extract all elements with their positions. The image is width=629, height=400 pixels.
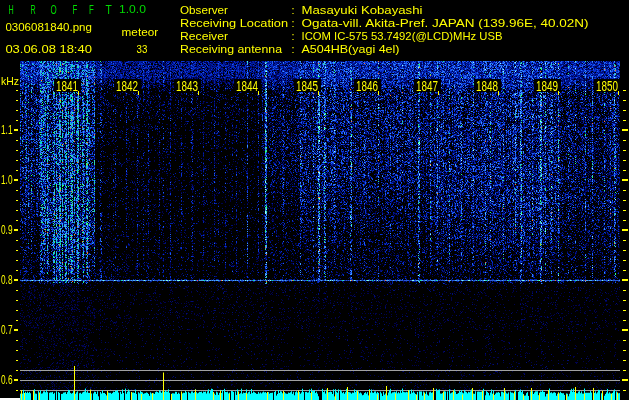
svg-text:03.06.08 18:40: 03.06.08 18:40 xyxy=(5,43,92,55)
svg-text:T: T xyxy=(106,2,113,17)
svg-text:R: R xyxy=(31,2,36,17)
svg-text:1849: 1849 xyxy=(536,78,558,94)
svg-text:1847: 1847 xyxy=(416,78,438,94)
svg-text:F: F xyxy=(89,2,94,17)
svg-text:Observer: Observer xyxy=(180,4,229,16)
svg-text:Receiving Location: Receiving Location xyxy=(180,17,288,29)
svg-text:0.6: 0.6 xyxy=(1,373,13,387)
svg-text:1.1: 1.1 xyxy=(1,123,13,137)
svg-text:1.0: 1.0 xyxy=(1,173,13,187)
svg-text:0.8: 0.8 xyxy=(1,273,13,287)
svg-text::: : xyxy=(292,4,295,16)
svg-text:0.7: 0.7 xyxy=(1,323,13,337)
svg-text:33: 33 xyxy=(137,43,148,55)
svg-text:O: O xyxy=(50,2,56,17)
svg-text:F: F xyxy=(73,2,78,17)
svg-text:Receiving antenna: Receiving antenna xyxy=(180,43,282,55)
svg-text:meteor: meteor xyxy=(122,26,159,38)
svg-text::: : xyxy=(292,17,295,29)
svg-text::: : xyxy=(292,43,295,55)
svg-text:Receiver: Receiver xyxy=(180,30,229,42)
svg-text:0.9: 0.9 xyxy=(1,223,13,237)
svg-text:0306081840.png: 0306081840.png xyxy=(5,21,92,33)
svg-text:A504HB(yagi 4el): A504HB(yagi 4el) xyxy=(302,43,400,55)
svg-text:ICOM IC-575 53.7492(@LCD)MHz U: ICOM IC-575 53.7492(@LCD)MHz USB xyxy=(302,30,503,42)
svg-text:1843: 1843 xyxy=(176,78,198,94)
svg-text:1841: 1841 xyxy=(56,78,78,94)
svg-text:1848: 1848 xyxy=(476,78,498,94)
svg-text:1846: 1846 xyxy=(356,78,378,94)
svg-text:kHz: kHz xyxy=(1,75,19,87)
svg-text:1844: 1844 xyxy=(236,78,258,94)
svg-text:Masayuki Kobayashi: Masayuki Kobayashi xyxy=(302,4,423,16)
svg-text:1842: 1842 xyxy=(116,78,138,94)
svg-text:H: H xyxy=(8,2,13,17)
svg-text:1.0.0: 1.0.0 xyxy=(119,3,146,15)
svg-text:1850: 1850 xyxy=(596,78,618,94)
svg-text:1845: 1845 xyxy=(296,78,318,94)
svg-text::: : xyxy=(292,30,295,42)
svg-text:Ogata-vill. Akita-Pref. JAPAN: Ogata-vill. Akita-Pref. JAPAN (139.96E, … xyxy=(302,17,589,29)
